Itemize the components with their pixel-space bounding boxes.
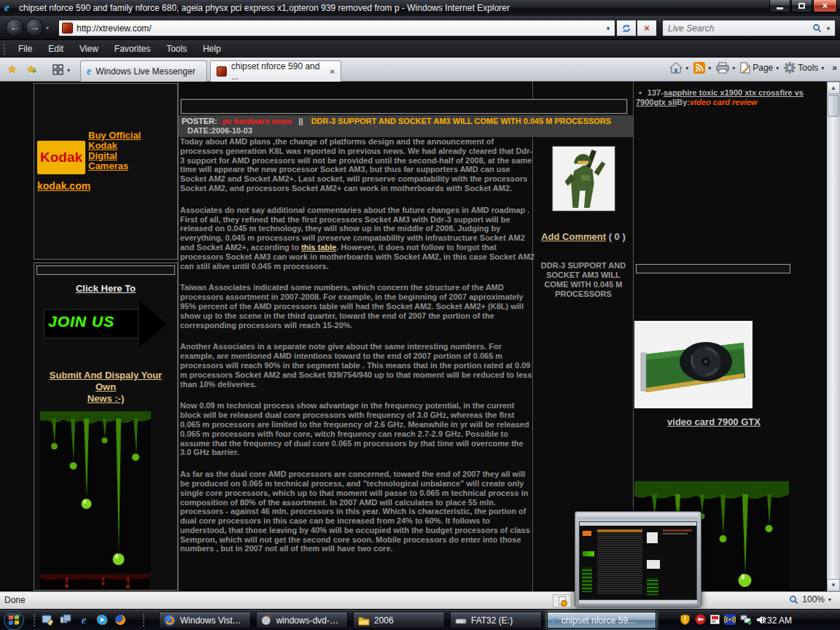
network-icon[interactable] bbox=[740, 615, 752, 625]
gear-icon bbox=[784, 62, 796, 74]
navigation-bar: ← → ▾ ▾ × ▾ bbox=[0, 16, 840, 39]
search-options-dropdown[interactable]: ▾ bbox=[822, 25, 835, 32]
taskbar-button-firefox[interactable]: Windows Vista : q... bbox=[159, 612, 251, 629]
taskbar-button-ie-active[interactable]: e chipset nforce 59... bbox=[547, 612, 656, 629]
post-header: POSTER: pc hardware news || DDR-3 SUPPOR… bbox=[179, 115, 633, 137]
folder-icon bbox=[358, 615, 370, 626]
home-dropdown[interactable]: ▾ bbox=[685, 65, 688, 71]
taskbar-button-folder-2006[interactable]: 2006 bbox=[353, 612, 445, 629]
page-dropdown[interactable]: ▾ bbox=[776, 65, 779, 71]
tab-windows-live-messenger[interactable]: e Windows Live Messenger bbox=[80, 61, 207, 82]
tab-label: Windows Live Messenger bbox=[96, 66, 195, 77]
join-us-banner[interactable]: JOIN US bbox=[44, 300, 168, 348]
preview-text bbox=[597, 534, 642, 595]
page-menu-button[interactable]: Page bbox=[752, 63, 773, 73]
start-button[interactable] bbox=[3, 610, 25, 630]
zoom-dropdown[interactable]: ▾ bbox=[828, 596, 831, 603]
preview-thumb2 bbox=[647, 560, 660, 569]
add-favorite-button[interactable]: ★+ bbox=[26, 63, 36, 76]
site-favicon-icon bbox=[62, 23, 73, 34]
arrow-head bbox=[139, 300, 166, 348]
page-preview-window[interactable] bbox=[575, 511, 701, 607]
feeds-icon[interactable] bbox=[693, 62, 705, 74]
wireless-signal-icon[interactable] bbox=[724, 614, 736, 625]
taskbar: e Windows Vista : q... windows-dvd-m... … bbox=[0, 609, 840, 630]
left-sidebar-box: Click Here To JOIN US Submit And Dispaly… bbox=[34, 262, 178, 591]
tools-menu-button[interactable]: Tools bbox=[798, 63, 818, 73]
kodak-ad-link[interactable]: Buy Official Kodak Digital Cameras bbox=[88, 131, 141, 171]
address-bar[interactable]: ▾ bbox=[58, 20, 615, 36]
poster-label: POSTER: bbox=[182, 117, 217, 125]
menu-help[interactable]: Help bbox=[195, 42, 229, 56]
switch-windows-icon[interactable] bbox=[59, 613, 72, 626]
paragraph: As far as the dual core AMD processors a… bbox=[180, 470, 534, 553]
security-zone-cell[interactable] bbox=[553, 594, 572, 607]
empty-header-bar bbox=[636, 264, 790, 273]
kodak-site-link[interactable]: kodak.com bbox=[37, 180, 90, 192]
article-thumbnail-image[interactable] bbox=[552, 146, 615, 211]
print-icon[interactable] bbox=[716, 62, 729, 74]
firefox-icon[interactable] bbox=[114, 613, 127, 626]
menu-favorites[interactable]: Favorites bbox=[106, 42, 158, 56]
search-icon[interactable] bbox=[812, 23, 822, 33]
zoom-control[interactable]: 100% ▾ bbox=[789, 594, 831, 604]
search-box[interactable]: ▾ bbox=[662, 20, 836, 36]
favorites-center-button[interactable]: ★ bbox=[7, 63, 17, 76]
menu-view[interactable]: View bbox=[71, 42, 106, 56]
kodak-logo[interactable]: Kodak bbox=[37, 141, 85, 174]
maximize-icon bbox=[798, 3, 805, 9]
menu-edit[interactable]: Edit bbox=[40, 42, 71, 56]
tab-list-dropdown[interactable]: ▾ bbox=[67, 67, 70, 74]
article-body: Today about AMD plans ,the change of pla… bbox=[180, 137, 534, 566]
scrollbar-thumb[interactable] bbox=[828, 95, 839, 117]
internet-explorer-icon[interactable]: e bbox=[77, 613, 90, 626]
taskbar-button-fat32-drive[interactable]: FAT32 (E:) bbox=[450, 612, 542, 629]
video-card-link[interactable]: video card 7900 GTX bbox=[634, 416, 793, 427]
close-button[interactable]: × bbox=[813, 0, 837, 12]
close-tab-icon[interactable]: × bbox=[330, 67, 335, 76]
security-shield-icon[interactable] bbox=[680, 614, 691, 625]
vertical-scrollbar[interactable]: ▲ ▼ bbox=[827, 82, 840, 591]
media-player-icon[interactable] bbox=[96, 613, 109, 626]
submit-news-link[interactable]: Submit And Dispaly Your Own News :-) bbox=[39, 370, 173, 405]
menu-file[interactable]: File bbox=[10, 42, 40, 56]
click-here-link[interactable]: Click Here To bbox=[34, 283, 177, 294]
taskbar-clock[interactable]: 8:32 AM bbox=[760, 615, 792, 626]
show-desktop-icon[interactable] bbox=[41, 613, 54, 626]
address-input[interactable] bbox=[77, 23, 602, 34]
this-table-link[interactable]: this table bbox=[301, 243, 336, 252]
tab-chipset-nforce[interactable]: chipset nforce 590 and ... × bbox=[210, 61, 341, 82]
sync-app-icon[interactable] bbox=[695, 614, 706, 625]
stop-button[interactable]: × bbox=[637, 20, 657, 36]
red-drips-image bbox=[40, 575, 149, 589]
quick-tabs-button[interactable] bbox=[52, 64, 63, 78]
scroll-up-button[interactable]: ▲ bbox=[827, 82, 840, 94]
back-button[interactable]: ← bbox=[6, 18, 24, 36]
address-dropdown[interactable]: ▾ bbox=[602, 25, 615, 32]
ie-icon: e bbox=[552, 614, 557, 626]
preview-toolbar bbox=[580, 522, 696, 526]
recent-pages-dropdown[interactable]: ▾ bbox=[46, 25, 49, 31]
empty-header-bar bbox=[36, 265, 175, 275]
forward-button[interactable]: → bbox=[26, 18, 44, 36]
preview-thumb1 bbox=[647, 532, 658, 543]
refresh-button[interactable] bbox=[617, 20, 637, 36]
taskbar-button-dvd-maker[interactable]: windows-dvd-m... bbox=[256, 612, 348, 629]
feeds-dropdown[interactable]: ▾ bbox=[708, 65, 711, 71]
add-comment-link[interactable]: Add Comment bbox=[541, 231, 606, 242]
tray-app-icon[interactable] bbox=[710, 615, 720, 624]
paragraph: Now 0.09 m technical process show advant… bbox=[180, 401, 534, 457]
maximize-button[interactable] bbox=[791, 0, 812, 12]
video-card-image[interactable] bbox=[634, 321, 752, 408]
minimize-button[interactable] bbox=[769, 0, 790, 12]
home-icon[interactable] bbox=[669, 62, 682, 74]
tools-dropdown[interactable]: ▾ bbox=[821, 65, 824, 71]
taskbar-button-label: windows-dvd-m... bbox=[276, 615, 343, 626]
print-dropdown[interactable]: ▾ bbox=[732, 65, 735, 71]
scroll-down-button[interactable]: ▼ bbox=[827, 579, 840, 591]
title-bar: e chipset nforce 590 and family nforce 6… bbox=[0, 0, 840, 16]
more-commands-chevron[interactable]: » bbox=[832, 63, 837, 73]
search-input[interactable] bbox=[663, 23, 812, 34]
menu-tools[interactable]: Tools bbox=[158, 42, 195, 56]
poster-link[interactable]: pc hardware news bbox=[222, 117, 292, 125]
